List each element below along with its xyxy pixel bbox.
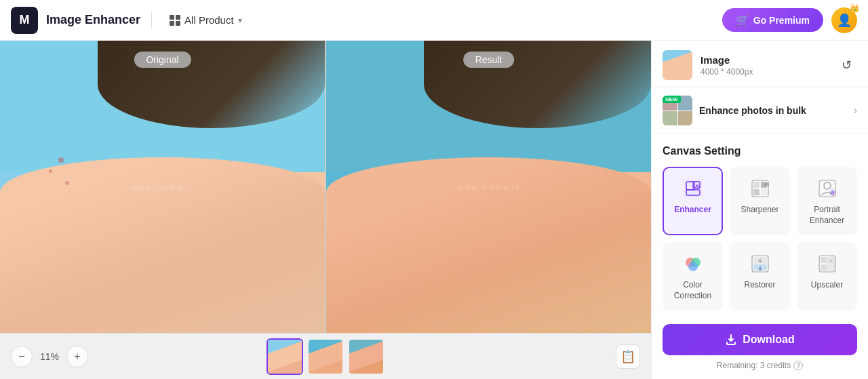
- canvas-setting-section: Canvas Setting AI Enhancer: [652, 134, 868, 316]
- credits-row: Remaining: 3 credits ?: [663, 361, 857, 370]
- main-area: Original www.media.io: [0, 41, 868, 379]
- zoom-controls: − 11% +: [11, 346, 88, 367]
- bulk-cell-4: [678, 111, 693, 126]
- chevron-right-icon: ›: [854, 104, 857, 117]
- logo: M: [11, 7, 38, 34]
- tool-color-correction[interactable]: Color Correction: [663, 242, 723, 311]
- image-title: Image: [701, 54, 827, 66]
- download-icon: [725, 334, 737, 346]
- avatar[interactable]: 👤 👑: [831, 7, 857, 33]
- bulk-enhance-row[interactable]: NEW Enhance photos in bulk ›: [652, 87, 868, 134]
- download-button[interactable]: Download: [663, 324, 857, 355]
- tool-portrait-enhancer[interactable]: AI Portrait Enhancer: [797, 167, 857, 235]
- thumbnail-2[interactable]: [307, 338, 344, 375]
- svg-text:AI: AI: [695, 184, 700, 188]
- right-panel: Image 4000 * 4000px ↺ NEW Enhance photos…: [651, 41, 868, 379]
- info-thumbnail: [663, 50, 692, 80]
- thumbnails: [267, 338, 384, 375]
- chevron-down-icon: ▾: [238, 16, 242, 25]
- restorer-icon: [748, 252, 772, 276]
- tool-upscaler[interactable]: Upscaler: [797, 242, 857, 311]
- zoom-out-button[interactable]: −: [11, 346, 33, 367]
- restorer-label: Restorer: [744, 280, 775, 291]
- bottom-bar: − 11% + 📋: [0, 333, 651, 379]
- zoom-level: 11%: [37, 351, 62, 362]
- svg-point-17: [688, 262, 698, 271]
- original-label: Original: [134, 52, 191, 68]
- thumbnail-1-image: [268, 340, 302, 374]
- go-premium-label: Go Premium: [753, 15, 810, 26]
- avatar-emoji: 👤: [837, 13, 852, 28]
- svg-text:AI: AI: [831, 191, 835, 195]
- header: M Image Enhancer All Product ▾ 🛒 Go Prem…: [0, 0, 868, 41]
- thumbnail-3[interactable]: [348, 338, 384, 375]
- zoom-in-icon: +: [74, 351, 80, 363]
- svg-rect-26: [821, 264, 827, 271]
- refresh-button[interactable]: ↺: [835, 54, 857, 76]
- download-label: Download: [743, 334, 794, 346]
- credits-help-icon[interactable]: ?: [793, 361, 803, 370]
- thumbnail-1[interactable]: [267, 338, 303, 375]
- result-pane: Result www.media.io: [326, 41, 651, 333]
- app-title: Image Enhancer: [46, 13, 140, 27]
- grid-icon: [170, 15, 180, 26]
- enhancer-label: Enhancer: [674, 205, 711, 216]
- tool-restorer[interactable]: Restorer: [730, 242, 790, 311]
- result-image: www.media.io: [326, 41, 651, 333]
- info-thumbnail-image: [663, 50, 692, 80]
- bulk-cell-3: [663, 111, 677, 126]
- canvas-setting-title: Canvas Setting: [663, 145, 857, 157]
- notes-button[interactable]: 📋: [616, 344, 640, 369]
- svg-rect-6: [753, 182, 760, 188]
- tool-enhancer[interactable]: AI Enhancer: [663, 167, 723, 235]
- zoom-out-icon: −: [18, 351, 24, 363]
- bulk-enhance-label: Enhance photos in bulk: [699, 105, 847, 116]
- info-text: Image 4000 * 4000px: [701, 54, 827, 77]
- svg-point-12: [824, 182, 831, 189]
- original-image: www.media.io: [0, 41, 325, 333]
- portrait-enhancer-icon: AI: [815, 176, 840, 201]
- all-product-button[interactable]: All Product ▾: [163, 10, 249, 30]
- header-right: 🛒 Go Premium 👤 👑: [722, 7, 857, 33]
- svg-point-22: [759, 268, 762, 271]
- header-divider: [151, 12, 152, 28]
- canvas-content: Original www.media.io: [0, 41, 651, 333]
- svg-rect-25: [827, 257, 835, 271]
- crown-icon: 👑: [850, 3, 860, 13]
- color-correction-label: Color Correction: [669, 280, 716, 301]
- result-label: Result: [463, 52, 515, 68]
- upscaler-icon: [815, 252, 840, 276]
- all-product-label: All Product: [184, 14, 234, 26]
- image-dimensions: 4000 * 4000px: [701, 67, 827, 77]
- portrait-enhancer-label: Portrait Enhancer: [804, 205, 850, 226]
- tools-grid: AI Enhancer: [663, 167, 857, 311]
- tool-sharpener[interactable]: HD Sharpener: [730, 167, 790, 235]
- svg-rect-9: [761, 189, 767, 195]
- refresh-icon: ↺: [842, 58, 852, 73]
- logo-text: M: [20, 13, 30, 27]
- upscaler-label: Upscaler: [811, 280, 843, 291]
- download-section: Download Remaining: 3 credits ?: [652, 316, 868, 376]
- zoom-in-button[interactable]: +: [66, 346, 88, 367]
- thumbnail-3-image: [349, 340, 383, 374]
- notes-icon: 📋: [620, 349, 635, 364]
- go-premium-button[interactable]: 🛒 Go Premium: [722, 8, 823, 32]
- thumbnail-2-image: [309, 340, 342, 374]
- new-badge: NEW: [663, 96, 681, 103]
- svg-rect-8: [753, 189, 760, 195]
- cart-icon: 🛒: [736, 14, 749, 26]
- credits-text: Remaining: 3 credits: [717, 361, 791, 370]
- enhancer-icon: AI: [681, 176, 705, 201]
- color-correction-icon: [681, 252, 705, 276]
- image-info-row: Image 4000 * 4000px ↺: [652, 41, 868, 87]
- original-pane: Original www.media.io: [0, 41, 325, 333]
- sharpener-icon: HD: [748, 176, 772, 201]
- svg-text:HD: HD: [764, 182, 770, 186]
- bulk-thumbnail: NEW: [663, 96, 692, 125]
- sharpener-label: Sharpener: [741, 205, 778, 216]
- canvas-area: Original www.media.io: [0, 41, 651, 379]
- svg-rect-24: [821, 257, 827, 263]
